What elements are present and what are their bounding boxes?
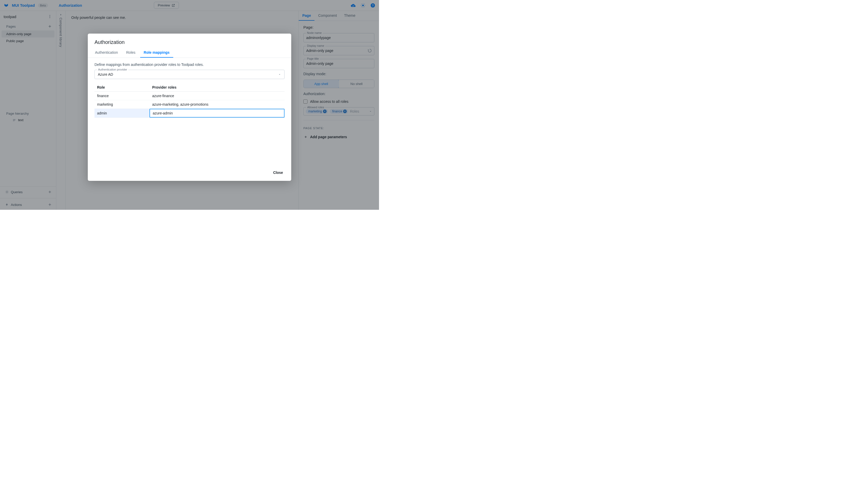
dialog-description: Define mappings from authentication prov… xyxy=(94,62,284,67)
tab-authentication[interactable]: Authentication xyxy=(91,48,122,58)
dialog-body: Define mappings from authentication prov… xyxy=(88,58,291,167)
dialog-title: Authorization xyxy=(88,34,291,48)
chevron-down-icon xyxy=(278,73,281,76)
dialog-tabs: Authentication Roles Role mappings xyxy=(88,48,291,58)
table-row-editing[interactable]: admin azure-admin xyxy=(94,109,284,118)
provider-roles-edit-input[interactable]: azure-admin xyxy=(150,109,284,118)
auth-provider-field: Authentication provider Azure AD xyxy=(94,70,284,79)
cell-provider-roles: azure-finance xyxy=(150,92,284,100)
col-role: Role xyxy=(94,83,150,92)
cell-role: admin xyxy=(94,109,150,118)
tab-role-mappings[interactable]: Role mappings xyxy=(140,48,173,58)
modal-scrim: Authorization Authentication Roles Role … xyxy=(0,0,379,210)
close-button[interactable]: Close xyxy=(271,169,285,176)
cell-role: finance xyxy=(94,92,150,100)
auth-provider-select[interactable]: Azure AD xyxy=(94,70,284,79)
dialog-actions: Close xyxy=(88,167,291,181)
cell-role: marketing xyxy=(94,100,150,109)
cell-provider-roles: azure-marketing, azure-promotions xyxy=(150,100,284,109)
cell-provider-roles-editing: azure-admin xyxy=(150,109,284,118)
col-provider-roles: Provider roles xyxy=(150,83,284,92)
auth-provider-label: Authentication provider xyxy=(97,68,128,71)
table-row[interactable]: finance azure-finance xyxy=(94,92,284,100)
auth-provider-value: Azure AD xyxy=(98,72,113,77)
role-mapping-table: Role Provider roles finance azure-financ… xyxy=(94,83,284,118)
tab-roles[interactable]: Roles xyxy=(123,48,139,58)
authorization-dialog: Authorization Authentication Roles Role … xyxy=(88,34,291,181)
table-row[interactable]: marketing azure-marketing, azure-promoti… xyxy=(94,100,284,109)
